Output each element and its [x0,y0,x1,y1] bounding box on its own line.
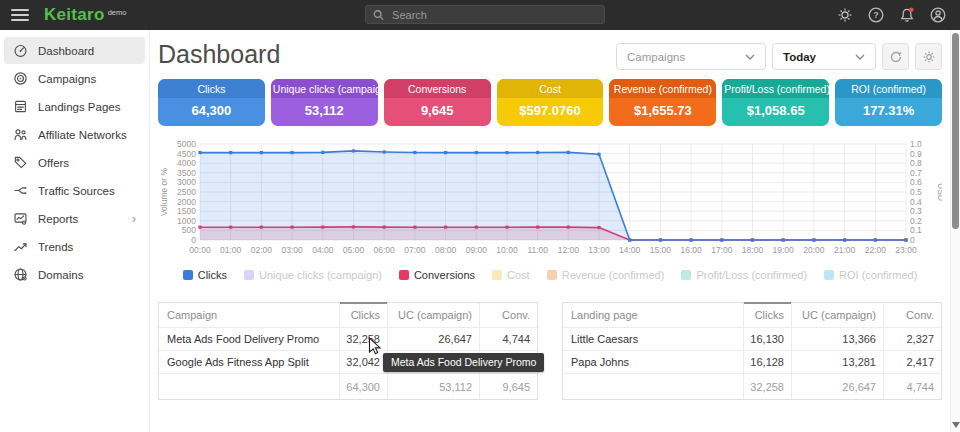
chevron-down-icon [855,54,865,60]
legend-swatch [681,270,691,280]
metric-cell: 16,130 [743,328,791,350]
table-header-name[interactable]: Landing page [563,303,743,327]
legend-item-revenue-confirmed[interactable]: Revenue (confirmed) [547,269,665,281]
totals-empty-cell [563,374,743,399]
help-icon[interactable]: ? [867,6,885,24]
metric-cell: 16,128 [743,351,791,373]
notifications-icon[interactable] [898,6,916,24]
svg-text:1.0: 1.0 [910,139,922,149]
topbar-icons: ? [836,6,947,24]
sidebar-item-landings-pages[interactable]: Landings Pages [4,93,145,120]
metric-card-cost: Cost$597.0760 [497,79,604,126]
metric-cell: 4,744 [479,328,537,350]
svg-text:0.7: 0.7 [910,168,922,178]
legend-label: Clicks [198,269,227,281]
dashboard-icon [13,43,28,58]
table-row[interactable]: Papa Johns16,12813,2812,417 [563,351,941,374]
totals-cell: 26,647 [791,374,883,399]
chart-canvas[interactable]: 0500100015002000250030003500400045005000… [158,136,942,258]
account-icon[interactable] [929,6,947,24]
metric-cell: 2,327 [883,328,941,350]
settings-icon[interactable] [836,6,854,24]
traffic-sources-icon [13,183,28,198]
svg-text:04:00: 04:00 [312,245,334,255]
table-header-uc-campaign[interactable]: UC (campaign) [387,303,479,327]
main-content: Dashboard Campaigns Today Clicks64,300Un… [150,30,950,432]
table-header-clicks[interactable]: Clicks [743,303,791,327]
table-header-name[interactable]: Campaign [159,303,339,327]
svg-text:08:00: 08:00 [435,245,457,255]
sidebar-item-reports[interactable]: Reports› [4,205,145,232]
sidebar-item-domains[interactable]: Domains [4,261,145,288]
sidebar-item-label: Domains [38,269,83,281]
table-row[interactable]: Little Caesars16,13013,3662,327 [563,328,941,351]
svg-text:500: 500 [182,225,196,235]
metric-card-value: $597.0760 [497,98,604,126]
svg-text:22:00: 22:00 [865,245,887,255]
legend-item-cost[interactable]: Cost [492,269,530,281]
legend-item-conversions[interactable]: Conversions [399,269,475,281]
row-tooltip: Meta Ads Food Delivery Promo [383,353,544,372]
menu-icon[interactable] [11,9,29,21]
campaign-filter-select[interactable]: Campaigns [616,43,766,70]
campaign-table: CampaignClicksUC (campaign)Conv.Meta Ads… [158,302,538,400]
sidebar-item-label: Campaigns [38,73,96,85]
search-input[interactable] [390,8,597,22]
svg-text:3500: 3500 [177,168,196,178]
sidebar-item-campaigns[interactable]: Campaigns [4,65,145,92]
row-name-cell[interactable]: Papa Johns [563,351,743,373]
svg-text:?: ? [873,10,879,20]
sidebar-item-dashboard[interactable]: Dashboard [4,37,145,64]
metric-card-revenue-confirmed: Revenue (confirmed)$1,655.73 [609,79,716,126]
chevron-down-icon [745,54,755,60]
svg-text:0.4: 0.4 [910,197,922,207]
svg-text:0.1: 0.1 [910,225,922,235]
svg-text:0.3: 0.3 [910,206,922,216]
table-header-conv[interactable]: Conv. [883,303,941,327]
sidebar-item-label: Traffic Sources [38,185,115,197]
dashboard-settings-button[interactable] [915,43,942,70]
totals-cell: 4,744 [883,374,941,399]
sidebar-item-traffic-sources[interactable]: Traffic Sources [4,177,145,204]
chevron-right-icon: › [132,212,136,225]
sidebar-item-label: Landings Pages [38,101,120,113]
metric-card-value: 177.31% [835,98,942,126]
legend-item-profit-loss-confirmed[interactable]: Profit/Loss (confirmed) [681,269,807,281]
traffic-chart[interactable]: 0500100015002000250030003500400045005000… [158,136,942,262]
sidebar-item-affiliate-networks[interactable]: Affiliate Networks [4,121,145,148]
row-name-cell[interactable]: Little Caesars [563,328,743,350]
metric-card-unique-clicks-campaign: Unique clicks (campaign)53,112 [271,79,378,126]
search-box[interactable] [365,5,605,24]
date-range-select[interactable]: Today [772,43,876,70]
row-name-cell[interactable]: Meta Ads Food Delivery Promo [159,328,339,350]
svg-text:11:00: 11:00 [527,245,548,255]
landings-icon [13,99,28,114]
legend-item-clicks[interactable]: Clicks [183,269,227,281]
scrollbar-thumb[interactable] [952,33,959,229]
metric-card-label: Revenue (confirmed) [609,79,716,98]
table-header-clicks[interactable]: Clicks [339,303,387,327]
scrollbar[interactable] [950,30,960,432]
totals-cell: 64,300 [339,374,387,399]
legend-swatch [244,270,254,280]
metric-card-label: Unique clicks (campaign) [271,79,378,98]
metric-card-value: 9,645 [384,98,491,126]
svg-text:0.8: 0.8 [910,158,922,168]
trends-icon [13,239,28,254]
legend-item-unique-clicks-campaign[interactable]: Unique clicks (campaign) [244,269,382,281]
svg-text:0.5: 0.5 [910,187,922,197]
table-header-conv[interactable]: Conv. [479,303,537,327]
svg-text:10:00: 10:00 [496,245,518,255]
sidebar-item-trends[interactable]: Trends [4,233,145,260]
scroll-down-arrow[interactable] [952,422,960,428]
app-logo[interactable]: Keitaro demo [44,5,126,25]
legend-item-roi-confirmed[interactable]: ROI (confirmed) [824,269,917,281]
legend-swatch [824,270,834,280]
row-name-cell[interactable]: Google Ads Fitness App Split [159,351,339,373]
svg-text:14:00: 14:00 [619,245,641,255]
svg-text:1500: 1500 [177,206,196,216]
sidebar-item-offers[interactable]: Offers [4,149,145,176]
table-row[interactable]: Meta Ads Food Delivery Promo32,25826,647… [159,328,537,351]
table-header-uc-campaign[interactable]: UC (campaign) [791,303,883,327]
refresh-button[interactable] [882,43,909,70]
